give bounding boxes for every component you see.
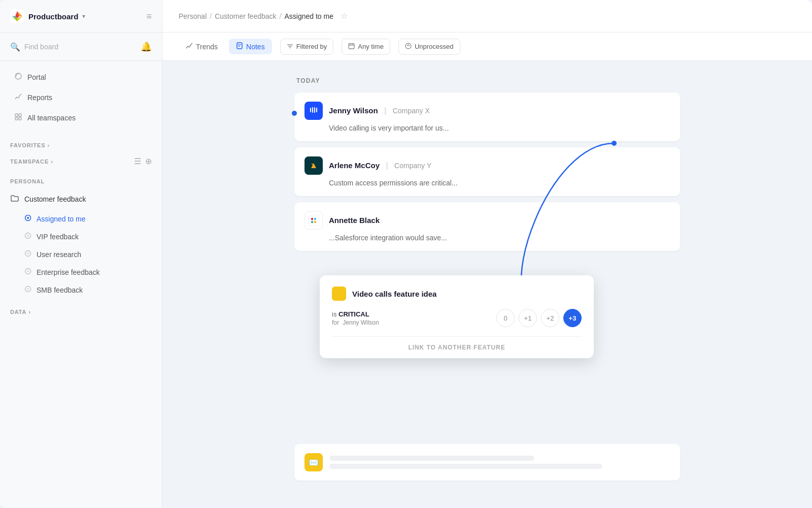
feature-for-prefix: for: [332, 319, 339, 326]
filter-icon: [287, 43, 293, 51]
smb-feedback-icon: [24, 285, 31, 294]
note-header-jenny: Jenny Wilson | Company X: [304, 102, 670, 120]
sidebar-item-all-teamspaces[interactable]: All teamspaces: [4, 108, 158, 128]
trends-icon: [186, 42, 193, 51]
tab-trends-label: Trends: [196, 43, 218, 51]
svg-rect-28: [349, 44, 354, 49]
vip-feedback-icon: [24, 232, 31, 241]
sidebar-header: Productboard ▾ ≡: [0, 0, 162, 33]
feature-popup: Video calls feature idea is CRITICAL for…: [320, 275, 594, 358]
sidebar-item-assigned-to-me[interactable]: Assigned to me: [0, 210, 162, 228]
svg-point-44: [612, 141, 617, 146]
svg-point-40: [311, 218, 313, 220]
feature-yellow-icon: [332, 287, 346, 301]
sidebar-item-reports[interactable]: Reports: [4, 87, 158, 108]
calendar-icon: [348, 43, 355, 51]
teamspace-header: TEAMSPACE › ☰ ⊕: [0, 152, 162, 170]
search-icon: 🔍: [10, 42, 20, 52]
teamspace-section-label[interactable]: TEAMSPACE ›: [10, 158, 53, 165]
notification-bell-icon[interactable]: 🔔: [141, 41, 152, 52]
annette-black-info: Annette Black: [329, 216, 670, 225]
tab-trends[interactable]: Trends: [179, 39, 225, 54]
arlene-note-content: Custom access permissions are critical..…: [304, 179, 670, 187]
filter-by-button[interactable]: Filtered by: [280, 39, 334, 55]
vote-badge-2[interactable]: +2: [541, 309, 559, 327]
assigned-to-me-label: Assigned to me: [37, 215, 86, 223]
sidebar-item-portal[interactable]: Portal: [4, 67, 158, 87]
vip-feedback-label: VIP feedback: [37, 233, 79, 241]
reports-label: Reports: [27, 93, 52, 102]
feature-meta: is CRITICAL for Jenny Wilson: [332, 310, 379, 326]
vote-badge-0[interactable]: 0: [496, 309, 515, 327]
teamspace-list-icon[interactable]: ☰: [134, 156, 141, 166]
favorites-section-label[interactable]: FAVORITES ›: [0, 134, 162, 152]
search-area: 🔍 Find board 🔔: [0, 33, 162, 61]
intercom-avatar: [304, 102, 323, 120]
slack-avatar: [304, 211, 323, 230]
search-box[interactable]: 🔍 Find board: [10, 42, 141, 52]
any-time-button[interactable]: Any time: [342, 39, 390, 55]
feature-link-area[interactable]: LINK TO ANOTHER FEATURE: [332, 337, 582, 358]
email-icon: ✉️: [304, 453, 323, 471]
teamspace-chevron-icon: ›: [51, 158, 53, 165]
email-line-2: [330, 464, 602, 469]
breadcrumb-customer-feedback[interactable]: Customer feedback: [215, 12, 276, 20]
note-card-jenny-wilson[interactable]: Jenny Wilson | Company X Video calling i…: [294, 92, 680, 141]
note-card-arlene-mccoy[interactable]: Arlene McCoy | Company Y Custom access p…: [294, 147, 680, 196]
app-name: Productboard: [28, 12, 78, 21]
svg-rect-35: [312, 107, 313, 113]
jenny-company-name: Company X: [393, 107, 430, 115]
toolbar: Trends Notes Filtered by Any time Unproc: [162, 33, 812, 61]
annette-note-content: ...Salesforce integration would save...: [304, 234, 670, 242]
note-card-annette-black[interactable]: Annette Black ...Salesforce integration …: [294, 202, 680, 251]
sidebar-item-vip-feedback[interactable]: VIP feedback: [0, 228, 162, 245]
svg-point-43: [314, 221, 316, 223]
sidebar: Productboard ▾ ≡ 🔍 Find board 🔔 Portal R…: [0, 0, 162, 508]
vote-badge-1[interactable]: +1: [519, 309, 537, 327]
sidebar-item-smb-feedback[interactable]: SMB feedback: [0, 281, 162, 299]
teamspace-add-icon[interactable]: ⊕: [145, 156, 152, 166]
unprocessed-button[interactable]: Unprocessed: [398, 39, 460, 55]
email-card[interactable]: ✉️: [294, 444, 680, 481]
data-section-label[interactable]: DATA ›: [0, 299, 162, 319]
search-placeholder-text: Find board: [24, 43, 58, 51]
customer-feedback-folder[interactable]: Customer feedback: [0, 188, 162, 210]
customer-feedback-label: Customer feedback: [24, 195, 86, 203]
svg-rect-39: [308, 215, 319, 226]
main-content: Personal / Customer feedback / Assigned …: [162, 0, 812, 508]
all-teamspaces-label: All teamspaces: [27, 114, 76, 122]
favorites-chevron-icon: ›: [47, 143, 49, 148]
breadcrumb-personal[interactable]: Personal: [179, 12, 207, 20]
svg-rect-33: [308, 105, 319, 116]
sidebar-item-enterprise-feedback[interactable]: Enterprise feedback: [0, 263, 162, 281]
assigned-icon: [24, 214, 31, 223]
sidebar-item-user-research[interactable]: User research: [0, 245, 162, 263]
reports-icon: [14, 92, 22, 103]
note-highlight-dot: [292, 111, 297, 116]
breadcrumb-assigned-to-me: Assigned to me: [284, 12, 333, 20]
user-research-label: User research: [37, 250, 81, 259]
svg-rect-37: [316, 108, 317, 112]
productboard-logo-icon: [10, 9, 24, 23]
filter-by-label: Filtered by: [296, 43, 327, 50]
favorite-star-icon[interactable]: ☆: [341, 11, 348, 21]
feature-for-person: for Jenny Wilson: [332, 319, 379, 326]
feature-link-label: LINK TO ANOTHER FEATURE: [408, 344, 505, 351]
feature-popup-body: is CRITICAL for Jenny Wilson 0 +1: [332, 309, 582, 337]
tab-notes[interactable]: Notes: [229, 39, 272, 54]
collapse-sidebar-button[interactable]: ≡: [146, 11, 152, 22]
vote-badge-3-active[interactable]: +3: [563, 309, 582, 327]
svg-point-42: [311, 221, 313, 223]
vote-badges: 0 +1 +2 +3: [496, 309, 582, 327]
enterprise-feedback-label: Enterprise feedback: [37, 268, 100, 276]
logo-area[interactable]: Productboard ▾: [10, 9, 85, 23]
arlene-mccoy-info: Arlene McCoy | Company Y: [329, 161, 670, 170]
breadcrumb-sep-2: /: [280, 12, 282, 20]
user-research-icon: [24, 250, 31, 259]
svg-point-21: [27, 288, 29, 290]
teamspace-actions: ☰ ⊕: [134, 156, 152, 166]
svg-rect-8: [15, 114, 18, 116]
all-teamspaces-icon: [14, 113, 22, 123]
svg-point-13: [27, 217, 29, 219]
jenny-wilson-info: Jenny Wilson | Company X: [329, 106, 670, 115]
